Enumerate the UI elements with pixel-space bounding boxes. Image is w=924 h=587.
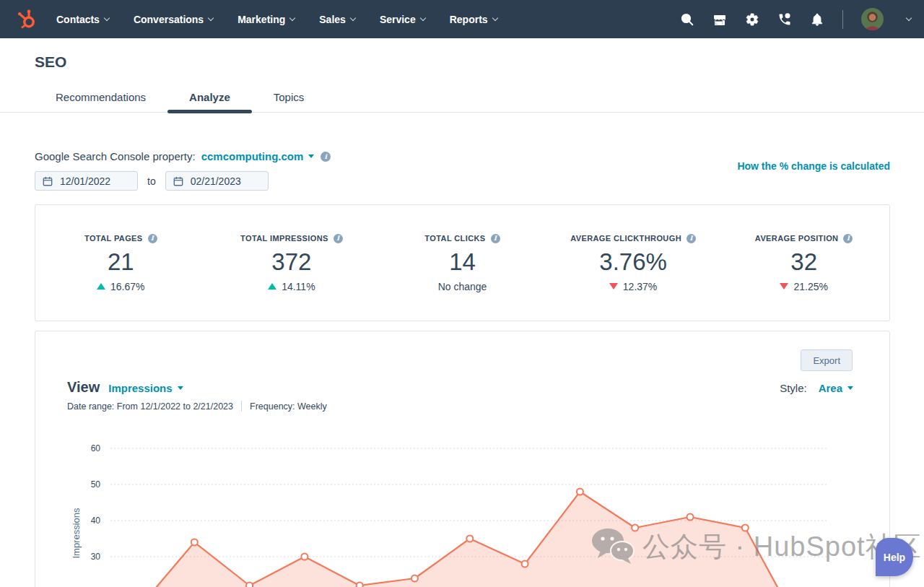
tab-label: Recommendations: [56, 91, 146, 103]
property-value: ccmcomputing.com: [201, 150, 304, 162]
tab-bar: Recommendations Analyze Topics: [0, 82, 924, 113]
chart-meta-row: Date range: From 12/1/2022 to 2/21/2023 …: [67, 401, 327, 412]
stat-average-clickthrough: AVERAGE CLICKTHROUGH 3.76% 12.37%: [548, 205, 719, 321]
summary-stats-card: TOTAL PAGES 21 16.67% TOTAL IMPRESSIONS …: [35, 204, 890, 321]
calendar-icon: [173, 176, 183, 186]
end-date-value: 02/21/2023: [191, 175, 241, 187]
info-icon[interactable]: [843, 234, 853, 243]
nav-item-marketing[interactable]: Marketing: [237, 14, 295, 25]
svg-text:50: 50: [91, 479, 101, 490]
stat-change: No change: [438, 281, 487, 292]
stat-total-clicks: TOTAL CLICKS 14 No change: [377, 205, 548, 321]
nav-item-service[interactable]: Service: [380, 14, 425, 25]
caret-down-icon: [178, 386, 183, 390]
tab-label: Analyze: [189, 91, 230, 103]
svg-text:30: 30: [91, 552, 101, 562]
notifications-icon[interactable]: [810, 12, 824, 27]
change-arrow-icon: [780, 283, 788, 290]
navbar-right: [680, 8, 911, 30]
date-range-row: 12/01/2022 to 02/21/2023: [35, 171, 269, 191]
tab-analyze[interactable]: Analyze: [167, 82, 252, 112]
stat-label: AVERAGE CLICKTHROUGH: [570, 234, 681, 243]
stat-value: 3.76%: [599, 248, 667, 276]
stat-average-position: AVERAGE POSITION 32 21.25%: [718, 205, 889, 321]
tab-label: Topics: [274, 91, 305, 103]
start-date-value: 12/01/2022: [60, 175, 110, 187]
tab-recommendations[interactable]: Recommendations: [34, 82, 167, 112]
stat-change: 14.11%: [282, 281, 315, 292]
svg-text:60: 60: [91, 443, 101, 453]
stat-change: 21.25%: [793, 281, 827, 292]
style-selector-row: Style: Area: [780, 382, 853, 394]
chart-canvas: 60504030: [73, 432, 853, 587]
calls-icon[interactable]: [777, 12, 792, 27]
pct-change-help-link[interactable]: How the % change is calculated: [737, 160, 890, 172]
info-icon[interactable]: [491, 234, 500, 243]
chevron-down-icon[interactable]: [906, 15, 912, 21]
tab-topics[interactable]: Topics: [252, 82, 326, 112]
nav-item-label: Sales: [319, 14, 346, 25]
help-button[interactable]: Help: [876, 538, 913, 576]
start-date-input[interactable]: 12/01/2022: [35, 171, 138, 191]
svg-text:40: 40: [91, 516, 101, 526]
chevron-down-icon: [208, 15, 214, 21]
view-label: View: [67, 379, 100, 396]
nav-item-conversations[interactable]: Conversations: [134, 14, 213, 25]
seo-analyze-page: Contacts Conversations Marketing Sales S…: [0, 0, 924, 587]
nav-item-reports[interactable]: Reports: [450, 14, 497, 25]
nav-item-label: Reports: [450, 14, 488, 25]
view-selector-row: View Impressions: [67, 379, 183, 396]
stat-value: 21: [108, 248, 134, 276]
impressions-chart-card: Export View Impressions Style: Area Date…: [35, 331, 890, 587]
marketplace-icon[interactable]: [712, 12, 727, 27]
caret-down-icon: [308, 155, 314, 158]
impressions-area-chart: Impressions 60504030: [73, 432, 853, 587]
search-icon[interactable]: [680, 12, 694, 27]
stat-label: AVERAGE POSITION: [755, 234, 839, 243]
end-date-input[interactable]: 02/21/2023: [165, 171, 269, 191]
stat-total-impressions: TOTAL IMPRESSIONS 372 14.11%: [206, 205, 378, 321]
navbar-divider: [842, 10, 843, 29]
view-metric-value: Impressions: [108, 382, 172, 394]
property-label: Google Search Console property:: [35, 150, 196, 162]
property-dropdown[interactable]: ccmcomputing.com: [201, 150, 315, 162]
stat-total-pages: TOTAL PAGES 21 16.67%: [35, 205, 206, 321]
meta-divider: [241, 401, 242, 412]
stat-change: 16.67%: [110, 281, 144, 292]
user-avatar[interactable]: [861, 8, 884, 30]
chart-style-value: Area: [819, 382, 842, 394]
info-icon[interactable]: [687, 234, 696, 243]
stat-change: 12.37%: [623, 281, 657, 292]
change-arrow-icon: [609, 283, 618, 290]
export-button[interactable]: Export: [801, 349, 853, 371]
search-console-property-row: Google Search Console property: ccmcompu…: [35, 150, 331, 162]
settings-icon[interactable]: [745, 12, 759, 27]
info-icon[interactable]: [148, 234, 157, 243]
style-label: Style:: [780, 382, 807, 394]
caret-down-icon: [847, 386, 853, 390]
nav-item-label: Marketing: [237, 14, 285, 25]
top-navbar: Contacts Conversations Marketing Sales S…: [0, 0, 924, 38]
info-icon[interactable]: [334, 234, 343, 243]
stat-label: TOTAL CLICKS: [424, 234, 485, 243]
calendar-icon: [43, 176, 53, 186]
nav-item-label: Contacts: [56, 14, 100, 25]
stat-label: TOTAL PAGES: [84, 234, 143, 243]
chevron-down-icon: [419, 15, 425, 21]
chart-frequency: Frequency: Weekly: [250, 401, 327, 412]
chevron-down-icon: [492, 15, 497, 21]
change-arrow-icon: [268, 283, 276, 290]
chevron-down-icon: [104, 15, 110, 21]
chevron-down-icon: [350, 15, 356, 21]
info-icon[interactable]: [321, 152, 331, 162]
nav-item-contacts[interactable]: Contacts: [56, 14, 109, 25]
view-metric-dropdown[interactable]: Impressions: [108, 382, 183, 394]
chart-style-dropdown[interactable]: Area: [819, 382, 853, 394]
nav-item-sales[interactable]: Sales: [319, 14, 355, 25]
nav-item-label: Conversations: [134, 14, 204, 25]
change-arrow-icon: [97, 283, 105, 290]
stat-value: 372: [271, 248, 311, 276]
hubspot-logo-icon[interactable]: [16, 9, 38, 30]
stat-value: 32: [790, 248, 817, 276]
page-title: SEO: [35, 53, 66, 71]
